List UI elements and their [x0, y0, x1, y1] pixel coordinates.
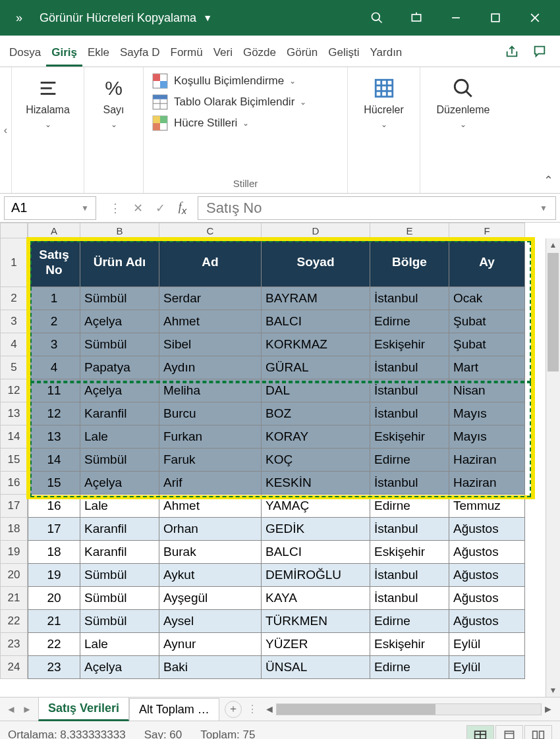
table-cell[interactable]: Edirne: [370, 656, 449, 679]
tab-yardin[interactable]: Yardın: [365, 40, 408, 67]
table-cell[interactable]: Ağustos: [449, 541, 525, 564]
table-cell[interactable]: Temmuz: [449, 495, 525, 518]
table-cell[interactable]: Ağustos: [449, 518, 525, 541]
table-cell[interactable]: KAYA: [262, 587, 370, 610]
table-header-cell[interactable]: Soyad: [262, 238, 370, 287]
column-header[interactable]: C: [159, 223, 262, 238]
collapse-ribbon-icon[interactable]: ⌃: [544, 173, 553, 188]
add-sheet-button[interactable]: ＋: [225, 701, 242, 718]
table-cell[interactable]: 18: [28, 541, 80, 564]
table-cell[interactable]: Şubat: [449, 310, 525, 333]
table-cell[interactable]: BAYRAM: [262, 287, 370, 310]
row-header[interactable]: 15: [0, 449, 28, 472]
table-cell[interactable]: Sümbül: [80, 287, 159, 310]
more-commands-icon[interactable]: »: [5, 11, 33, 25]
tab-ekle[interactable]: Ekle: [82, 40, 115, 67]
title-dropdown-icon[interactable]: ▼: [203, 13, 212, 23]
table-cell[interactable]: Aydın: [159, 356, 262, 379]
table-cell[interactable]: Aykut: [159, 564, 262, 587]
table-cell[interactable]: Aynur: [159, 633, 262, 656]
tab-gorun[interactable]: Görün: [281, 40, 323, 67]
maximize-button[interactable]: [476, 0, 515, 36]
table-header-cell[interactable]: Ad: [159, 238, 262, 287]
table-cell[interactable]: YAMAÇ: [262, 495, 370, 518]
view-normal-icon[interactable]: [466, 725, 494, 740]
fx-icon[interactable]: fx: [173, 200, 192, 216]
editing-button[interactable]: Düzenleme ⌄: [434, 72, 493, 133]
table-cell[interactable]: İstanbul: [370, 287, 449, 310]
table-cell[interactable]: Edirne: [370, 495, 449, 518]
table-cell[interactable]: DAL: [262, 379, 370, 402]
table-cell[interactable]: Orhan: [159, 518, 262, 541]
table-cell[interactable]: 4: [28, 356, 80, 379]
table-cell[interactable]: Eylül: [449, 633, 525, 656]
table-cell[interactable]: 12: [28, 402, 80, 425]
table-cell[interactable]: Ayşegül: [159, 587, 262, 610]
table-cell[interactable]: Karanfil: [80, 402, 159, 425]
sheet-tab-active[interactable]: Satış Verileri: [38, 697, 129, 721]
column-header[interactable]: D: [262, 223, 370, 238]
table-cell[interactable]: Ocak: [449, 287, 525, 310]
horizontal-scrollbar[interactable]: ◄ ►: [263, 703, 555, 715]
table-cell[interactable]: Sibel: [159, 333, 262, 356]
scroll-right-icon[interactable]: ►: [542, 703, 555, 715]
table-header-cell[interactable]: Ay: [449, 238, 525, 287]
table-cell[interactable]: 22: [28, 633, 80, 656]
table-cell[interactable]: Eskişehir: [370, 541, 449, 564]
accept-formula-icon[interactable]: ✓: [150, 201, 170, 215]
scrollbar-thumb[interactable]: [277, 704, 435, 715]
table-cell[interactable]: BALCI: [262, 310, 370, 333]
column-header[interactable]: E: [370, 223, 449, 238]
table-cell[interactable]: ÜNSAL: [262, 656, 370, 679]
table-cell[interactable]: 15: [28, 472, 80, 495]
grid[interactable]: 1Satış NoÜrün AdıAdSoyadBölgeAy21SümbülS…: [0, 238, 560, 679]
table-cell[interactable]: Lale: [80, 425, 159, 449]
tab-formu[interactable]: Formü: [165, 40, 208, 67]
table-cell[interactable]: Mayıs: [449, 402, 525, 425]
conditional-formatting-button[interactable]: Koşullu Biçimlendirme⌄: [152, 72, 306, 90]
tab-dosya[interactable]: Dosya: [4, 40, 46, 67]
table-cell[interactable]: Faruk: [159, 449, 262, 472]
vertical-scrollbar[interactable]: ▲ ▼: [546, 238, 560, 697]
table-cell[interactable]: 1: [28, 287, 80, 310]
table-cell[interactable]: Eskişehir: [370, 425, 449, 449]
table-cell[interactable]: Burak: [159, 541, 262, 564]
table-cell[interactable]: BALCI: [262, 541, 370, 564]
row-header[interactable]: 16: [0, 472, 28, 495]
close-button[interactable]: [515, 0, 555, 36]
tab-gelisti[interactable]: Gelişti: [323, 40, 364, 67]
ribbon-scroll-left-icon[interactable]: ‹: [0, 67, 12, 193]
table-cell[interactable]: 17: [28, 518, 80, 541]
select-all-cell[interactable]: [0, 223, 28, 238]
column-header[interactable]: A: [28, 223, 80, 238]
row-header[interactable]: 13: [0, 402, 28, 425]
tab-sayfa[interactable]: Sayfa D: [115, 40, 165, 67]
table-cell[interactable]: Sümbül: [80, 449, 159, 472]
table-cell[interactable]: Eskişehir: [370, 333, 449, 356]
tab-veri[interactable]: Veri: [208, 40, 238, 67]
sheet-tab-other[interactable]: Alt Toplam …: [129, 698, 219, 721]
table-cell[interactable]: BOZ: [262, 402, 370, 425]
table-cell[interactable]: Lale: [80, 495, 159, 518]
table-cell[interactable]: Mayıs: [449, 425, 525, 449]
row-header[interactable]: 17: [0, 495, 28, 518]
table-cell[interactable]: Haziran: [449, 472, 525, 495]
table-cell[interactable]: Papatya: [80, 356, 159, 379]
cancel-formula-icon[interactable]: ✕: [128, 201, 148, 215]
row-header[interactable]: 2: [0, 287, 28, 310]
table-cell[interactable]: Sümbül: [80, 587, 159, 610]
table-cell[interactable]: 21: [28, 610, 80, 633]
table-cell[interactable]: GÜRAL: [262, 356, 370, 379]
table-cell[interactable]: Edirne: [370, 449, 449, 472]
window-mode-icon[interactable]: [397, 0, 436, 36]
table-cell[interactable]: İstanbul: [370, 472, 449, 495]
scroll-left-icon[interactable]: ◄: [263, 703, 276, 715]
table-cell[interactable]: KORAY: [262, 425, 370, 449]
comments-icon[interactable]: [528, 40, 551, 63]
table-cell[interactable]: DEMİROĞLU: [262, 564, 370, 587]
scroll-down-icon[interactable]: ▼: [546, 684, 560, 697]
table-cell[interactable]: Açelya: [80, 472, 159, 495]
table-cell[interactable]: Açelya: [80, 656, 159, 679]
tab-giris[interactable]: Giriş: [46, 40, 82, 67]
row-header[interactable]: 19: [0, 541, 28, 564]
